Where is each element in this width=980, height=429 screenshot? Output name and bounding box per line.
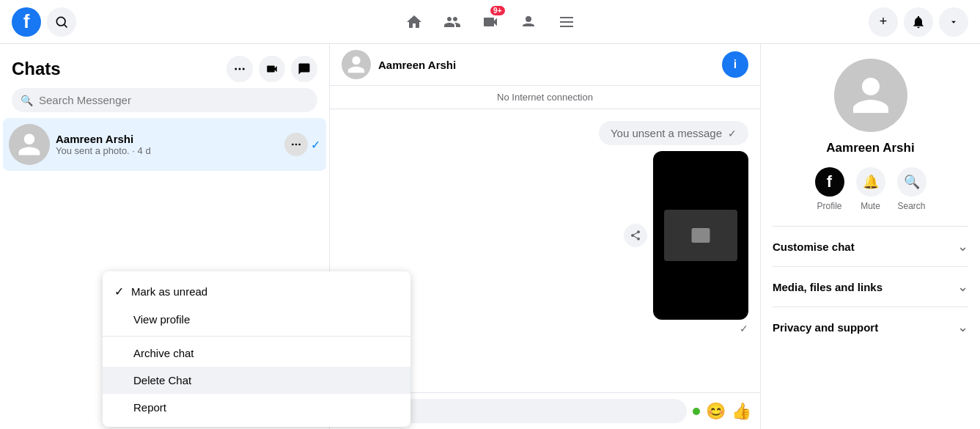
account-dropdown-button[interactable] xyxy=(939,7,968,37)
svg-point-6 xyxy=(235,68,237,70)
context-menu-label: Report xyxy=(133,401,166,414)
photo-message-container xyxy=(653,151,748,320)
svg-point-8 xyxy=(243,68,245,70)
mute-icon: 🔔 xyxy=(856,167,885,197)
context-menu: ✓ Mark as unread View profile Archive ch… xyxy=(103,271,410,427)
chat-more-button[interactable] xyxy=(284,133,308,156)
chat-list-item[interactable]: Aamreen Arshi You sent a photo. · 4 d ✓ xyxy=(3,118,326,171)
svg-point-7 xyxy=(239,68,241,70)
avatar xyxy=(9,124,50,165)
profile-actions: f Profile 🔔 Mute 🔍 Search xyxy=(815,167,926,211)
svg-rect-12 xyxy=(692,228,710,243)
unsent-text: You unsent a message xyxy=(611,127,722,139)
nav-center: 9+ xyxy=(397,4,584,40)
new-video-call-button[interactable] xyxy=(259,56,285,82)
message-check-icon: ✓ xyxy=(728,128,737,139)
top-navigation: f 9+ + xyxy=(0,0,980,44)
context-menu-item-mark-unread[interactable]: ✓ Mark as unread xyxy=(103,277,410,306)
context-menu-label: View profile xyxy=(133,313,190,326)
main-content: Chats 🔍 xyxy=(0,44,980,429)
search-messenger-input[interactable] xyxy=(39,94,309,106)
profile-avatar-large xyxy=(834,59,907,132)
chat-header: Chats xyxy=(0,44,329,88)
context-menu-label: Archive chat xyxy=(133,347,194,359)
context-menu-label: Mark as unread xyxy=(131,285,207,298)
svg-point-11 xyxy=(298,144,301,146)
context-menu-divider xyxy=(103,336,410,337)
svg-rect-5 xyxy=(560,26,573,27)
customise-chat-header[interactable]: Customise chat ⌄ xyxy=(773,235,968,257)
nav-right: + xyxy=(869,7,968,37)
home-nav-button[interactable] xyxy=(397,4,432,40)
right-sidebar: Aamreen Arshi f Profile 🔔 Mute 🔍 Search … xyxy=(760,44,980,429)
nav-left: f xyxy=(12,7,76,37)
chevron-down-icon: ⌄ xyxy=(957,319,968,335)
share-button[interactable] xyxy=(624,224,647,247)
chat-topbar-avatar xyxy=(342,50,371,79)
privacy-support-title: Privacy and support xyxy=(773,321,878,334)
customise-chat-section: Customise chat ⌄ xyxy=(773,226,968,266)
svg-rect-4 xyxy=(560,21,573,23)
nav-search-button[interactable] xyxy=(47,7,76,37)
chat-contact-name: Aamreen Arshi xyxy=(56,133,284,145)
svg-rect-3 xyxy=(560,17,573,18)
svg-point-2 xyxy=(526,16,531,22)
new-message-button[interactable] xyxy=(291,56,317,82)
check-icon: ✓ xyxy=(114,285,124,298)
privacy-support-header[interactable]: Privacy and support ⌄ xyxy=(773,316,968,338)
video-badge: 9+ xyxy=(490,6,504,15)
groups-nav-button[interactable] xyxy=(511,4,546,40)
context-menu-item-report[interactable]: Report xyxy=(103,394,410,421)
facebook-logo[interactable]: f xyxy=(12,7,41,37)
unsent-message-bubble: You unsent a message ✓ xyxy=(599,121,748,145)
no-internet-banner: No Internet connection xyxy=(330,86,760,109)
profile-action-search[interactable]: 🔍 Search xyxy=(897,167,926,211)
search-action-label: Search xyxy=(897,201,925,211)
svg-point-0 xyxy=(56,17,65,26)
message-input[interactable] xyxy=(366,399,687,423)
chat-sidebar: Chats 🔍 xyxy=(0,44,330,429)
search-messenger-box[interactable]: 🔍 xyxy=(12,88,317,112)
profile-action-label: Profile xyxy=(817,201,841,211)
context-menu-label: Delete Chat xyxy=(133,374,191,386)
profile-action-mute[interactable]: 🔔 Mute xyxy=(856,167,885,211)
more-options-button[interactable] xyxy=(226,56,253,82)
chat-item-actions: ✓ xyxy=(284,133,320,156)
video-nav-button[interactable]: 9+ xyxy=(473,4,508,40)
svg-line-1 xyxy=(65,24,67,27)
media-files-title: Media, files and links xyxy=(773,281,883,293)
chat-topbar-name: Aamreen Arshi xyxy=(378,59,715,71)
chat-info: Aamreen Arshi You sent a photo. · 4 d xyxy=(56,133,284,156)
chevron-down-icon: ⌄ xyxy=(957,238,968,254)
chats-title: Chats xyxy=(12,59,61,79)
notifications-button[interactable] xyxy=(904,7,933,37)
search-icon: 🔍 xyxy=(21,95,33,106)
mute-action-label: Mute xyxy=(861,201,880,211)
info-button[interactable]: i xyxy=(722,51,748,78)
photo-check-icon: ✓ xyxy=(740,323,748,334)
online-indicator xyxy=(693,408,700,415)
photo-inner xyxy=(664,210,737,261)
create-button[interactable]: + xyxy=(869,7,898,37)
profile-icon: f xyxy=(815,167,844,197)
chat-preview: You sent a photo. · 4 d xyxy=(56,145,284,156)
chat-header-actions xyxy=(226,56,317,82)
chat-topbar: Aamreen Arshi i xyxy=(330,44,760,86)
privacy-support-section: Privacy and support ⌄ xyxy=(773,307,968,347)
emoji-button[interactable]: 😊 xyxy=(706,402,726,421)
svg-point-10 xyxy=(295,144,298,146)
context-menu-item-view-profile[interactable]: View profile xyxy=(103,306,410,333)
customise-chat-title: Customise chat xyxy=(773,241,855,253)
context-menu-item-delete[interactable]: Delete Chat xyxy=(103,367,410,394)
photo-message xyxy=(653,151,748,320)
media-files-header[interactable]: Media, files and links ⌄ xyxy=(773,276,968,298)
profile-name-large: Aamreen Arshi xyxy=(826,141,914,155)
friends-nav-button[interactable] xyxy=(435,4,470,40)
like-button[interactable]: 👍 xyxy=(732,402,751,421)
menu-nav-button[interactable] xyxy=(549,4,584,40)
context-menu-item-archive[interactable]: Archive chat xyxy=(103,340,410,367)
chevron-down-icon: ⌄ xyxy=(957,279,968,295)
search-icon: 🔍 xyxy=(897,167,926,197)
media-files-section: Media, files and links ⌄ xyxy=(773,266,968,307)
profile-action-profile[interactable]: f Profile xyxy=(815,167,844,211)
